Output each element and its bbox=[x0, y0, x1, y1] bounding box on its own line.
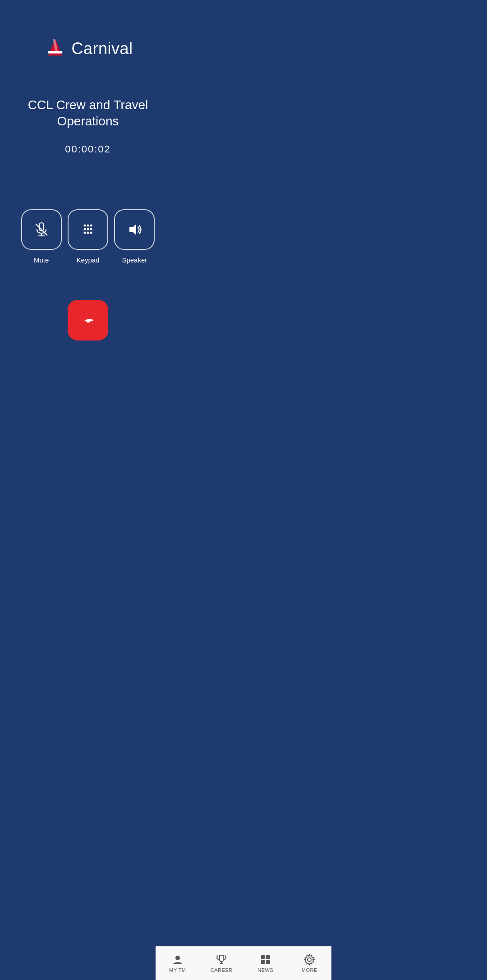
svg-marker-17 bbox=[129, 224, 136, 235]
nav-item-my-tm[interactable]: MY TM bbox=[156, 954, 176, 973]
mute-button[interactable] bbox=[21, 209, 62, 250]
my-tm-icon bbox=[172, 954, 176, 966]
svg-point-8 bbox=[83, 224, 86, 226]
end-call-button[interactable] bbox=[68, 300, 108, 340]
svg-rect-1 bbox=[48, 51, 62, 54]
svg-point-14 bbox=[83, 231, 86, 234]
svg-point-16 bbox=[90, 231, 92, 234]
keypad-control[interactable]: Keypad bbox=[68, 209, 108, 264]
svg-point-11 bbox=[83, 228, 86, 230]
call-timer: 00:00:02 bbox=[14, 143, 162, 155]
svg-point-12 bbox=[87, 228, 89, 230]
mute-control[interactable]: Mute bbox=[21, 209, 62, 264]
keypad-icon bbox=[79, 221, 96, 238]
svg-point-9 bbox=[87, 224, 89, 226]
call-info: CCL Crew and Travel Operations 00:00:02 bbox=[0, 97, 176, 155]
svg-point-15 bbox=[87, 231, 89, 234]
main-content: Carnival CCL Crew and Travel Operations … bbox=[0, 0, 176, 980]
logo-section: Carnival bbox=[43, 36, 133, 61]
call-name: CCL Crew and Travel Operations bbox=[14, 97, 162, 130]
carnival-logo-icon bbox=[43, 36, 68, 61]
mute-label: Mute bbox=[34, 256, 49, 264]
end-call-section bbox=[68, 300, 108, 340]
svg-point-18 bbox=[175, 956, 176, 960]
speaker-control[interactable]: Speaker bbox=[114, 209, 155, 264]
call-controls: Mute Keypad bbox=[0, 209, 176, 264]
speaker-button[interactable] bbox=[114, 209, 155, 250]
keypad-label: Keypad bbox=[77, 256, 100, 264]
end-call-icon bbox=[79, 311, 97, 329]
carnival-logo: Carnival bbox=[43, 36, 133, 61]
speaker-label: Speaker bbox=[122, 256, 147, 264]
bottom-nav: MY TM CAREER NEWS bbox=[156, 946, 176, 980]
keypad-button[interactable] bbox=[68, 209, 108, 250]
mute-icon bbox=[33, 221, 50, 238]
nav-label-my-tm: MY TM bbox=[169, 967, 176, 973]
logo-text: Carnival bbox=[71, 39, 133, 58]
svg-point-10 bbox=[90, 224, 92, 226]
speaker-icon bbox=[126, 221, 143, 238]
svg-point-13 bbox=[90, 228, 92, 230]
